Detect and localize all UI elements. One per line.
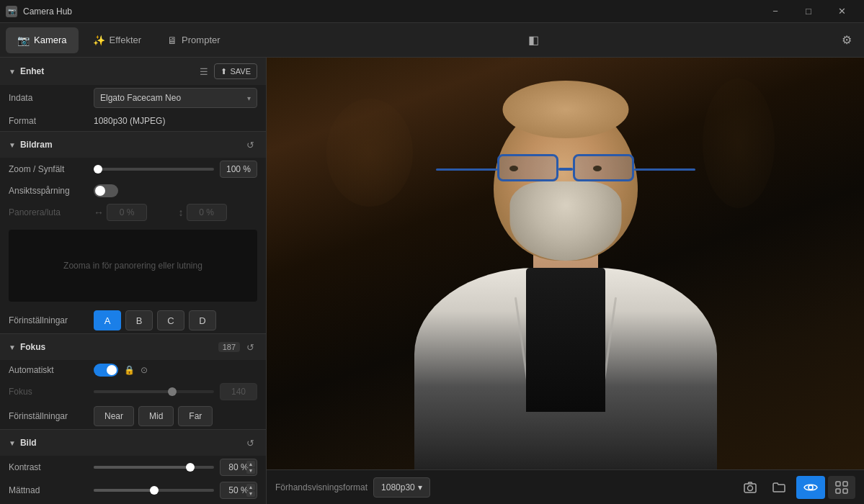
fokus-reset-icon[interactable]: ↺	[243, 340, 257, 354]
bild-section-title: Bild	[20, 438, 239, 448]
bild-chevron-icon: ▼	[9, 439, 16, 447]
format-label: Format	[9, 116, 88, 126]
format-bar-dropdown[interactable]: 1080p30 ▾	[373, 477, 430, 498]
kontrast-row: Kontrast 80 % ▲ ▼	[0, 456, 266, 479]
mattnad-value: 50 %	[228, 485, 248, 495]
auto-label: Automatiskt	[9, 365, 88, 375]
format-bar-label: Förhandsvisningsformat	[275, 482, 368, 492]
kontrast-down-button[interactable]: ▼	[246, 468, 255, 474]
bildram-section-title: Bildram	[20, 140, 239, 150]
indata-row: Indata Elgato Facecam Neo ▾	[0, 85, 266, 111]
indata-label: Indata	[9, 93, 88, 103]
focus-near-button[interactable]: Near	[94, 406, 134, 426]
fokus-badge: 187	[218, 342, 240, 352]
maximize-button[interactable]: □	[792, 0, 825, 23]
bild-reset-icon[interactable]: ↺	[243, 436, 257, 450]
enhet-menu-icon[interactable]: ☰	[197, 64, 211, 78]
save-icon: ⬆	[221, 67, 227, 76]
auto-toggle[interactable]	[94, 364, 118, 377]
preset-b-button[interactable]: B	[125, 310, 153, 330]
kontrast-up-button[interactable]: ▲	[246, 461, 255, 467]
face-detect-icon[interactable]: ⊙	[141, 365, 148, 375]
auto-row: Automatiskt 🔒 ⊙	[0, 360, 266, 380]
zoom-value-box: 100 %	[220, 161, 257, 178]
minimize-button[interactable]: −	[759, 0, 792, 23]
eye-view-button[interactable]	[796, 476, 825, 499]
fokus-slider-row: Fokus 140	[0, 380, 266, 403]
fokus-value: 140	[231, 387, 246, 397]
eye-icon	[803, 482, 818, 492]
svg-rect-3	[836, 482, 840, 486]
bild-actions: ↺	[243, 436, 257, 450]
preset-c-button[interactable]: C	[157, 310, 184, 330]
lock-icon[interactable]: 🔒	[124, 365, 135, 375]
format-row: Format 1080p30 (MJPEG)	[0, 111, 266, 131]
bildram-actions: ↺	[243, 138, 257, 152]
camera-view	[267, 58, 864, 469]
app-title: Camera Hub	[23, 6, 753, 17]
mattnad-stepper: ▲ ▼	[246, 484, 255, 497]
section-bild-header[interactable]: ▼ Bild ↺	[0, 430, 266, 456]
svg-point-1	[748, 485, 753, 490]
tab-bar: 📷 Kamera ✨ Effekter 🖥 Prompter ◧ ⚙	[0, 23, 864, 58]
svg-rect-6	[843, 489, 847, 493]
ansikt-toggle[interactable]	[94, 184, 118, 197]
enhet-chevron-icon: ▼	[9, 68, 16, 76]
format-bar-value: 1080p30	[381, 482, 415, 492]
sidebar-toggle-button[interactable]: ◧	[522, 29, 545, 52]
fokus-value-box: 140	[220, 383, 257, 400]
fokus-actions: 187 ↺	[218, 340, 257, 354]
pan-h-icon: ↔	[94, 207, 104, 218]
mattnad-slider[interactable]	[94, 489, 214, 492]
mattnad-down-button[interactable]: ▼	[246, 491, 255, 498]
preset-row: Förinställningar A B C D	[0, 307, 266, 333]
close-button[interactable]: ✕	[825, 0, 858, 23]
fokus-slider	[94, 390, 214, 393]
mattnad-up-button[interactable]: ▲	[246, 484, 255, 490]
section-bildram-header[interactable]: ▼ Bildram ↺	[0, 132, 266, 158]
pan-v-icon: ↕	[179, 207, 184, 218]
preset-d-button[interactable]: D	[189, 310, 216, 330]
pan-v-value: 0 %	[187, 204, 227, 221]
left-panel: ▼ Enhet ☰ ⬆ SAVE Indata Elgato Facecam N…	[0, 58, 267, 504]
zoom-value: 100 %	[226, 164, 251, 174]
prompter-tab-icon: 🖥	[167, 35, 177, 46]
kontrast-value: 80 %	[228, 462, 248, 472]
folder-button[interactable]	[767, 476, 790, 499]
tab-prompter-label: Prompter	[182, 35, 220, 45]
settings-button[interactable]: ⚙	[835, 29, 858, 52]
fokus-section-title: Fokus	[20, 342, 214, 352]
bildram-reset-icon[interactable]: ↺	[243, 138, 257, 152]
kontrast-stepper: ▲ ▼	[246, 461, 255, 474]
focus-mid-button[interactable]: Mid	[138, 406, 174, 426]
bottom-bar: Förhandsvisningsformat 1080p30 ▾	[267, 469, 864, 504]
focus-far-button[interactable]: Far	[178, 406, 213, 426]
save-label: SAVE	[230, 67, 251, 76]
tab-kamera[interactable]: 📷 Kamera	[6, 27, 79, 53]
enhet-actions: ☰ ⬆ SAVE	[197, 63, 257, 79]
preset-a-button[interactable]: A	[94, 310, 121, 330]
snapshot-button[interactable]	[739, 476, 762, 499]
main-layout: ▼ Enhet ☰ ⬆ SAVE Indata Elgato Facecam N…	[0, 58, 864, 504]
enhet-section-title: Enhet	[20, 66, 193, 76]
mattnad-value-box: 50 % ▲ ▼	[220, 482, 257, 499]
kamera-tab-icon: 📷	[17, 35, 30, 46]
focus-preset-row: Förinställningar Near Mid Far	[0, 403, 266, 429]
save-button[interactable]: ⬆ SAVE	[214, 63, 257, 79]
svg-rect-5	[836, 489, 840, 493]
section-fokus-header[interactable]: ▼ Fokus 187 ↺	[0, 334, 266, 360]
svg-point-2	[809, 485, 813, 490]
focus-preset-group: Near Mid Far	[94, 406, 213, 426]
zoom-slider[interactable]	[94, 168, 214, 171]
camera-icon	[743, 480, 757, 495]
ansikt-row: Ansiktsspårning	[0, 181, 266, 201]
tab-effekter[interactable]: ✨ Effekter	[81, 27, 153, 53]
pan-label: Panorera/luta	[9, 207, 88, 217]
kontrast-slider[interactable]	[94, 466, 214, 469]
titlebar: 📷 Camera Hub − □ ✕	[0, 0, 864, 23]
ansikt-label: Ansiktsspårning	[9, 186, 88, 196]
section-enhet-header[interactable]: ▼ Enhet ☰ ⬆ SAVE	[0, 58, 266, 85]
grid-view-button[interactable]	[828, 476, 855, 499]
indata-dropdown[interactable]: Elgato Facecam Neo ▾	[94, 88, 257, 108]
tab-prompter[interactable]: 🖥 Prompter	[156, 27, 231, 53]
